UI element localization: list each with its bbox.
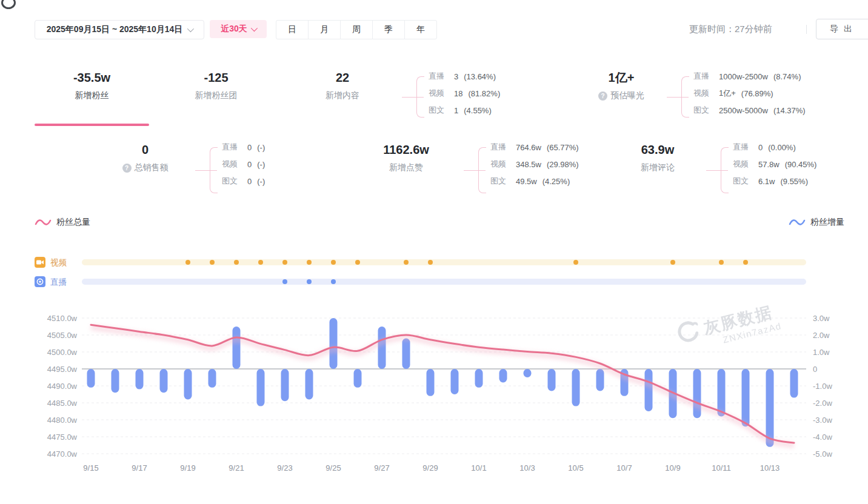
marker-dot: [404, 260, 409, 265]
fan-trend-combo-chart: 4510.0w3.0w4505.0w2.0w4500.0w1.0w4495.0w…: [0, 303, 868, 491]
tab-week[interactable]: 周: [340, 21, 372, 39]
legend-label: 粉丝增量: [810, 217, 844, 228]
svg-text:9/23: 9/23: [277, 463, 292, 472]
svg-text:10/5: 10/5: [568, 463, 583, 472]
marker-dot: [210, 260, 215, 265]
help-icon[interactable]: ?: [598, 91, 607, 101]
marker-dot: [428, 260, 433, 265]
svg-text:4510.0w: 4510.0w: [47, 314, 78, 323]
svg-text:-5.0w: -5.0w: [813, 449, 832, 459]
svg-text:-1.0w: -1.0w: [813, 382, 832, 391]
stat-label: 新增评论: [641, 162, 675, 173]
breakdown-row: 直播 0 (0.00%): [733, 139, 816, 156]
stat-card-estimated-exposure[interactable]: 1亿+ ? 预估曝光 直播 1000w-2500w (8.74%) 视频 1亿+…: [576, 61, 868, 126]
svg-text:9/19: 9/19: [180, 463, 195, 472]
breakdown-tree: 直播 0 (0.00%) 视频 57.8w (90.45%) 图文 6.1w (…: [715, 139, 816, 202]
svg-text:4490.0w: 4490.0w: [47, 382, 78, 391]
svg-text:9/25: 9/25: [326, 463, 341, 472]
breakdown-row: 直播 1000w-2500w (8.74%): [693, 68, 806, 85]
update-time-text: 更新时间：27分钟前: [689, 24, 772, 35]
live-icon: [35, 276, 45, 287]
stat-value: -125: [204, 70, 228, 85]
svg-text:-4.0w: -4.0w: [813, 433, 832, 442]
fan-analytics-dashboard: 2025年09月15日 ~ 2025年10月14日 近30天 日 月 周 季 年…: [0, 0, 868, 504]
live-row-label: 直播: [50, 277, 67, 288]
svg-text:9/21: 9/21: [229, 463, 244, 472]
marker-dot: [282, 260, 287, 265]
svg-text:-2.0w: -2.0w: [813, 399, 832, 408]
chevron-down-icon: [251, 25, 258, 31]
stat-value: 1162.6w: [383, 142, 429, 157]
breakdown-row: 视频 348.5w (29.98%): [490, 156, 579, 173]
marker-dot: [355, 260, 360, 265]
wave-icon: [789, 218, 806, 227]
live-marker-track: [82, 279, 806, 285]
toolbar: 2025年09月15日 ~ 2025年10月14日 近30天 日 月 周 季 年…: [0, 20, 868, 39]
stat-label: ? 预估曝光: [598, 90, 644, 101]
tab-quarter[interactable]: 季: [372, 21, 404, 39]
breakdown-row: 视频 0 (-): [222, 156, 265, 173]
stat-label: 新增内容: [326, 90, 359, 101]
stat-value: -35.5w: [73, 70, 110, 85]
svg-text:4485.0w: 4485.0w: [47, 399, 78, 408]
stat-label: 新增粉丝团: [195, 90, 238, 101]
breakdown-tree: 直播 764.6w (65.77%) 视频 348.5w (29.98%) 图文…: [472, 139, 579, 202]
marker-dot: [331, 279, 336, 284]
svg-text:4480.0w: 4480.0w: [47, 416, 78, 425]
active-tab-underline: [35, 124, 149, 126]
marker-dot: [282, 279, 287, 284]
breakdown-row: 视频 1亿+ (76.89%): [693, 85, 806, 102]
live-timeline-row: 直播: [0, 276, 868, 287]
svg-text:4475.0w: 4475.0w: [47, 433, 78, 442]
marker-dot: [307, 279, 312, 284]
legend-fan-increment[interactable]: 粉丝增量: [789, 217, 844, 228]
date-range-picker[interactable]: 2025年09月15日 ~ 2025年10月14日: [35, 20, 204, 39]
stat-label: 新增粉丝: [75, 90, 109, 101]
cropped-corner-mark: [1, 0, 16, 9]
svg-text:10/9: 10/9: [665, 463, 680, 472]
svg-text:9/29: 9/29: [422, 463, 438, 472]
toolbar-divider: [806, 25, 807, 34]
breakdown-row: 直播 3 (13.64%): [429, 68, 500, 85]
svg-text:4495.0w: 4495.0w: [47, 365, 78, 374]
breakdown-row: 直播 764.6w (65.77%): [490, 139, 579, 156]
export-button[interactable]: 导出: [816, 19, 868, 39]
svg-text:9/15: 9/15: [83, 463, 98, 472]
stat-card-new-comments[interactable]: 63.9w 新增评论 直播 0 (0.00%) 视频 57.8w (90.45%…: [609, 136, 868, 202]
svg-text:10/7: 10/7: [616, 463, 632, 472]
wave-icon: [35, 218, 52, 227]
stat-card-new-fans[interactable]: -35.5w 新增粉丝: [35, 61, 149, 126]
legend-fan-total[interactable]: 粉丝总量: [35, 217, 90, 228]
breakdown-row: 图文 6.1w (9.55%): [733, 173, 816, 190]
svg-text:10/11: 10/11: [712, 463, 731, 472]
svg-text:10/13: 10/13: [760, 463, 780, 472]
tab-day[interactable]: 日: [276, 21, 308, 39]
stat-label: 新增点赞: [389, 162, 423, 173]
tab-year[interactable]: 年: [404, 21, 436, 39]
stat-card-new-fanclub[interactable]: -125 新增粉丝团: [159, 61, 273, 126]
tab-month[interactable]: 月: [308, 21, 340, 39]
svg-text:3.0w: 3.0w: [813, 314, 830, 323]
breakdown-tree: 直播 3 (13.64%) 视频 18 (81.82%) 图文 1 (4.55%…: [410, 68, 500, 126]
svg-text:1.0w: 1.0w: [813, 348, 830, 357]
svg-text:10/3: 10/3: [519, 463, 535, 472]
marker-dot: [743, 260, 748, 265]
svg-text:9/17: 9/17: [132, 463, 147, 472]
period-tab-group: 日 月 周 季 年: [276, 20, 437, 39]
stat-value: 0: [142, 142, 149, 157]
breakdown-row: 图文 0 (-): [222, 173, 265, 190]
stat-card-new-content[interactable]: 22 新增内容 直播 3 (13.64%) 视频 18 (81.82%) 图文 …: [283, 61, 548, 126]
video-icon: [35, 257, 45, 268]
video-marker-track: [82, 259, 806, 265]
breakdown-row: 图文 2500w-5000w (14.37%): [693, 102, 806, 119]
quick-range-text: 近30天: [221, 24, 247, 35]
breakdown-row: 视频 18 (81.82%): [429, 85, 500, 102]
stat-card-total-sales[interactable]: 0 ? 总销售额 直播 0 (-) 视频 0 (-) 图文 0 (-): [35, 136, 277, 202]
marker-dot: [258, 260, 263, 265]
stat-value: 22: [336, 70, 349, 85]
quick-range-dropdown[interactable]: 近30天: [210, 20, 267, 38]
svg-text:-3.0w: -3.0w: [813, 416, 832, 425]
stat-card-new-likes[interactable]: 1162.6w 新增点赞 直播 764.6w (65.77%) 视频 348.5…: [336, 136, 603, 202]
marker-dot: [719, 260, 724, 265]
help-icon[interactable]: ?: [122, 164, 132, 173]
